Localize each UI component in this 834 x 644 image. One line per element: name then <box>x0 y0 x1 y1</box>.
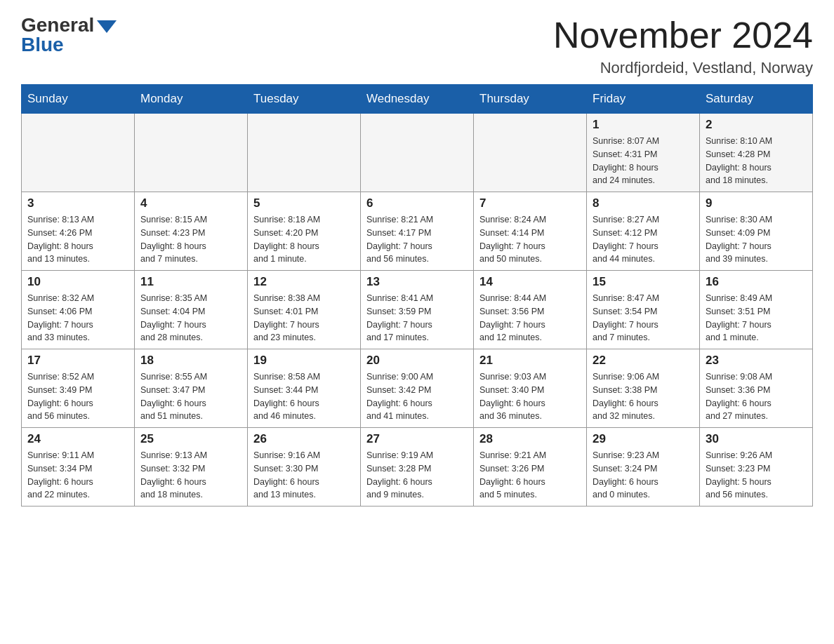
day-number: 3 <box>27 196 128 210</box>
calendar-table: Sunday Monday Tuesday Wednesday Thursday… <box>21 84 813 507</box>
day-info: Sunrise: 8:07 AM Sunset: 4:31 PM Dayligh… <box>593 135 694 187</box>
table-row: 24Sunrise: 9:11 AM Sunset: 3:34 PM Dayli… <box>22 428 135 507</box>
day-number: 7 <box>479 196 581 210</box>
title-section: November 2024 Nordfjordeid, Vestland, No… <box>553 14 813 77</box>
day-info: Sunrise: 8:10 AM Sunset: 4:28 PM Dayligh… <box>706 135 807 187</box>
day-info: Sunrise: 8:47 AM Sunset: 3:54 PM Dayligh… <box>593 292 694 344</box>
table-row: 3Sunrise: 8:13 AM Sunset: 4:26 PM Daylig… <box>22 192 135 271</box>
table-row: 8Sunrise: 8:27 AM Sunset: 4:12 PM Daylig… <box>587 192 700 271</box>
day-number: 10 <box>27 275 128 289</box>
day-number: 5 <box>253 196 355 210</box>
table-row: 14Sunrise: 8:44 AM Sunset: 3:56 PM Dayli… <box>474 271 587 349</box>
table-row: 27Sunrise: 9:19 AM Sunset: 3:28 PM Dayli… <box>361 428 474 507</box>
col-tuesday: Tuesday <box>248 85 361 114</box>
day-info: Sunrise: 9:00 AM Sunset: 3:42 PM Dayligh… <box>366 370 468 423</box>
day-number: 21 <box>479 354 581 368</box>
table-row: 2Sunrise: 8:10 AM Sunset: 4:28 PM Daylig… <box>700 114 813 192</box>
table-row <box>135 114 248 192</box>
table-row: 1Sunrise: 8:07 AM Sunset: 4:31 PM Daylig… <box>587 114 700 192</box>
day-info: Sunrise: 8:35 AM Sunset: 4:04 PM Dayligh… <box>140 292 241 344</box>
table-row <box>474 114 587 192</box>
day-number: 20 <box>366 354 468 368</box>
table-row: 22Sunrise: 9:06 AM Sunset: 3:38 PM Dayli… <box>587 349 700 428</box>
logo-blue-text: Blue <box>21 34 64 56</box>
table-row: 15Sunrise: 8:47 AM Sunset: 3:54 PM Dayli… <box>587 271 700 349</box>
table-row: 7Sunrise: 8:24 AM Sunset: 4:14 PM Daylig… <box>474 192 587 271</box>
table-row: 25Sunrise: 9:13 AM Sunset: 3:32 PM Dayli… <box>135 428 248 507</box>
table-row: 4Sunrise: 8:15 AM Sunset: 4:23 PM Daylig… <box>135 192 248 271</box>
day-number: 29 <box>593 432 694 446</box>
day-info: Sunrise: 8:18 AM Sunset: 4:20 PM Dayligh… <box>253 213 355 266</box>
day-number: 17 <box>27 354 128 368</box>
table-row: 29Sunrise: 9:23 AM Sunset: 3:24 PM Dayli… <box>587 428 700 507</box>
day-number: 8 <box>593 196 694 210</box>
day-info: Sunrise: 8:15 AM Sunset: 4:23 PM Dayligh… <box>140 213 241 266</box>
day-info: Sunrise: 9:21 AM Sunset: 3:26 PM Dayligh… <box>479 449 581 502</box>
day-number: 18 <box>140 354 241 368</box>
day-number: 16 <box>706 275 807 289</box>
table-row <box>22 114 135 192</box>
day-number: 14 <box>479 275 581 289</box>
col-monday: Monday <box>135 85 248 114</box>
day-info: Sunrise: 8:41 AM Sunset: 3:59 PM Dayligh… <box>366 292 468 344</box>
table-row: 23Sunrise: 9:08 AM Sunset: 3:36 PM Dayli… <box>700 349 813 428</box>
day-number: 11 <box>140 275 241 289</box>
calendar-header-row: Sunday Monday Tuesday Wednesday Thursday… <box>22 85 813 114</box>
month-title: November 2024 <box>553 14 813 56</box>
day-info: Sunrise: 9:13 AM Sunset: 3:32 PM Dayligh… <box>140 449 241 502</box>
calendar-week-row: 10Sunrise: 8:32 AM Sunset: 4:06 PM Dayli… <box>22 271 813 349</box>
day-number: 1 <box>593 118 694 132</box>
day-number: 6 <box>366 196 468 210</box>
table-row: 10Sunrise: 8:32 AM Sunset: 4:06 PM Dayli… <box>22 271 135 349</box>
day-info: Sunrise: 9:19 AM Sunset: 3:28 PM Dayligh… <box>366 449 468 502</box>
day-number: 2 <box>706 118 807 132</box>
day-info: Sunrise: 8:27 AM Sunset: 4:12 PM Dayligh… <box>593 213 694 266</box>
day-number: 12 <box>253 275 355 289</box>
day-info: Sunrise: 9:06 AM Sunset: 3:38 PM Dayligh… <box>593 370 694 423</box>
day-number: 27 <box>366 432 468 446</box>
calendar-week-row: 17Sunrise: 8:52 AM Sunset: 3:49 PM Dayli… <box>22 349 813 428</box>
day-info: Sunrise: 9:11 AM Sunset: 3:34 PM Dayligh… <box>27 449 128 502</box>
col-saturday: Saturday <box>700 85 813 114</box>
page-header: General Blue November 2024 Nordfjordeid,… <box>21 14 813 77</box>
table-row: 18Sunrise: 8:55 AM Sunset: 3:47 PM Dayli… <box>135 349 248 428</box>
col-friday: Friday <box>587 85 700 114</box>
day-info: Sunrise: 9:08 AM Sunset: 3:36 PM Dayligh… <box>706 370 807 423</box>
day-number: 9 <box>706 196 807 210</box>
day-info: Sunrise: 8:13 AM Sunset: 4:26 PM Dayligh… <box>27 213 128 266</box>
table-row: 6Sunrise: 8:21 AM Sunset: 4:17 PM Daylig… <box>361 192 474 271</box>
day-info: Sunrise: 8:55 AM Sunset: 3:47 PM Dayligh… <box>140 370 241 423</box>
day-number: 15 <box>593 275 694 289</box>
table-row: 28Sunrise: 9:21 AM Sunset: 3:26 PM Dayli… <box>474 428 587 507</box>
day-info: Sunrise: 8:21 AM Sunset: 4:17 PM Dayligh… <box>366 213 468 266</box>
day-info: Sunrise: 9:26 AM Sunset: 3:23 PM Dayligh… <box>706 449 807 502</box>
logo: General Blue <box>21 14 117 56</box>
table-row <box>248 114 361 192</box>
location-subtitle: Nordfjordeid, Vestland, Norway <box>553 59 813 77</box>
day-number: 13 <box>366 275 468 289</box>
table-row: 16Sunrise: 8:49 AM Sunset: 3:51 PM Dayli… <box>700 271 813 349</box>
day-info: Sunrise: 9:03 AM Sunset: 3:40 PM Dayligh… <box>479 370 581 423</box>
day-number: 4 <box>140 196 241 210</box>
table-row: 12Sunrise: 8:38 AM Sunset: 4:01 PM Dayli… <box>248 271 361 349</box>
day-number: 22 <box>593 354 694 368</box>
day-info: Sunrise: 8:44 AM Sunset: 3:56 PM Dayligh… <box>479 292 581 344</box>
col-sunday: Sunday <box>22 85 135 114</box>
day-info: Sunrise: 8:49 AM Sunset: 3:51 PM Dayligh… <box>706 292 807 344</box>
table-row: 30Sunrise: 9:26 AM Sunset: 3:23 PM Dayli… <box>700 428 813 507</box>
table-row <box>361 114 474 192</box>
table-row: 5Sunrise: 8:18 AM Sunset: 4:20 PM Daylig… <box>248 192 361 271</box>
day-info: Sunrise: 8:32 AM Sunset: 4:06 PM Dayligh… <box>27 292 128 344</box>
calendar-week-row: 1Sunrise: 8:07 AM Sunset: 4:31 PM Daylig… <box>22 114 813 192</box>
day-info: Sunrise: 9:23 AM Sunset: 3:24 PM Dayligh… <box>593 449 694 502</box>
calendar-week-row: 3Sunrise: 8:13 AM Sunset: 4:26 PM Daylig… <box>22 192 813 271</box>
day-number: 23 <box>706 354 807 368</box>
col-wednesday: Wednesday <box>361 85 474 114</box>
table-row: 19Sunrise: 8:58 AM Sunset: 3:44 PM Dayli… <box>248 349 361 428</box>
day-info: Sunrise: 8:38 AM Sunset: 4:01 PM Dayligh… <box>253 292 355 344</box>
table-row: 20Sunrise: 9:00 AM Sunset: 3:42 PM Dayli… <box>361 349 474 428</box>
day-number: 25 <box>140 432 241 446</box>
day-info: Sunrise: 8:24 AM Sunset: 4:14 PM Dayligh… <box>479 213 581 266</box>
day-number: 19 <box>253 354 355 368</box>
table-row: 26Sunrise: 9:16 AM Sunset: 3:30 PM Dayli… <box>248 428 361 507</box>
